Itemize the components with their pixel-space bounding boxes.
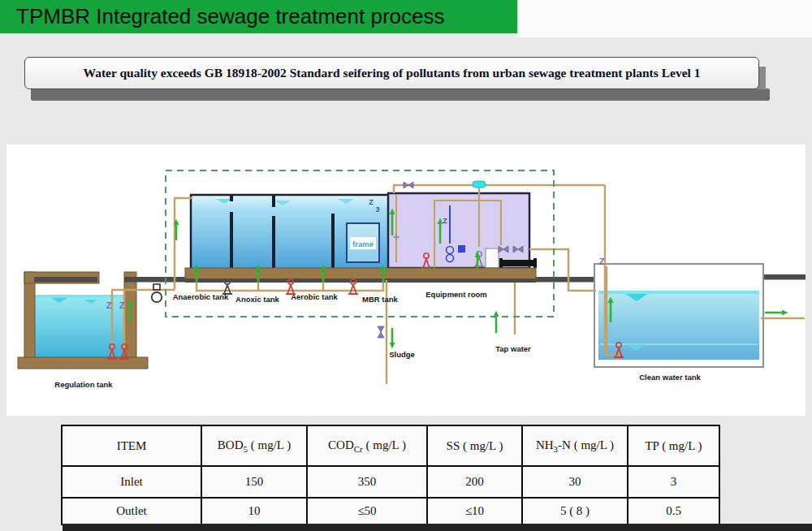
process-diagram: Z 3 frame Z [6, 145, 806, 416]
base-ground [185, 278, 536, 283]
col-header-tp: TP ( mg/L ) [628, 425, 719, 466]
mbr-frame: frame [347, 223, 379, 262]
col-header-cod: CODCr ( mg/L ) [307, 425, 427, 466]
page-title: TPMBR Integrated sewage treatment proces… [0, 0, 517, 33]
z-valve-icon: Z [119, 300, 125, 310]
label-anoxic-tank: Anoxic tank [235, 295, 280, 304]
title-bar: TPMBR Integrated sewage treatment proces… [0, 0, 519, 33]
cell-value: 200 [427, 466, 522, 498]
label-sludge: Sludge [389, 350, 415, 359]
z-valve-icon: Z [106, 300, 112, 310]
valve-icon [404, 182, 413, 188]
bottom-dark-strip [63, 524, 812, 531]
regulation-tank [18, 272, 148, 369]
cell-value: ≤10 [427, 498, 522, 525]
label-tap-water: Tap water [495, 344, 531, 353]
cell-value: 0.5 [628, 498, 719, 525]
flow-meter-icon [473, 181, 486, 188]
small-tank [486, 248, 499, 268]
col-header-ss: SS ( mg/L ) [427, 425, 522, 466]
table-row-inlet: Inlet 150 350 200 30 3 [62, 466, 719, 498]
label-aerobic-tank: Aerobic tank [291, 292, 338, 301]
label-anaerobic-tank: Anaerobic tank [173, 292, 229, 301]
row-label: Inlet [62, 466, 201, 498]
table-header-row: ITEM BOD5 ( mg/L ) CODCr ( mg/L ) SS ( m… [62, 425, 719, 466]
outlet-right-arrow [765, 310, 788, 316]
label-regulation-tank: Regulation tank [54, 380, 113, 389]
z-valve-icon: Z [599, 257, 605, 266]
mbr-valve-mark2: 3 [375, 205, 379, 214]
col-header-nh3n: NH3-N ( mg/L ) [522, 425, 628, 466]
cell-value: 3 [628, 466, 719, 498]
cell-value: 10 [201, 498, 307, 525]
tap-up-arrow [494, 311, 499, 334]
equipment-room: Z [388, 188, 537, 268]
label-clean-water-tank: Clean water tank [639, 373, 701, 382]
label-equipment-room: Equipment room [425, 290, 486, 299]
row-label: Outlet [62, 498, 201, 525]
sludge-valve-icon [378, 326, 384, 338]
cell-value: ≤50 [307, 498, 427, 525]
base-slab [185, 268, 536, 280]
inlet-valve-icon [152, 284, 162, 302]
cell-value: 30 [522, 466, 628, 498]
process-diagram-panel: Z 3 frame Z [6, 145, 806, 416]
table-row-outlet: Outlet 10 ≤50 ≤10 5 ( 8 ) 0.5 [62, 498, 719, 525]
slide: TPMBR Integrated sewage treatment proces… [0, 0, 812, 531]
col-header-bod: BOD5 ( mg/L ) [201, 425, 307, 466]
cell-value: 350 [307, 466, 427, 498]
mbr-valve-mark: Z [369, 198, 374, 206]
subtitle-shadow-bar [31, 88, 770, 101]
subtitle-text: Water quality exceeds GB 18918-2002 Stan… [25, 58, 758, 88]
room-to-tank-pipe [529, 249, 596, 291]
sludge-down-arrow [390, 328, 395, 349]
inlet-pipe [111, 198, 192, 290]
subtitle-banner: Water quality exceeds GB 18918-2002 Stan… [24, 57, 759, 89]
blue-valve-mark: Z [443, 217, 447, 225]
frame-label: frame [352, 240, 374, 248]
cell-value: 150 [201, 466, 307, 498]
label-mbr-tank: MBR tank [362, 295, 399, 304]
motor-block [458, 245, 465, 253]
top-white-area [517, 0, 812, 37]
water-quality-table: ITEM BOD5 ( mg/L ) CODCr ( mg/L ) SS ( m… [61, 425, 720, 525]
col-header-item: ITEM [62, 425, 201, 466]
cell-value: 5 ( 8 ) [522, 498, 628, 525]
